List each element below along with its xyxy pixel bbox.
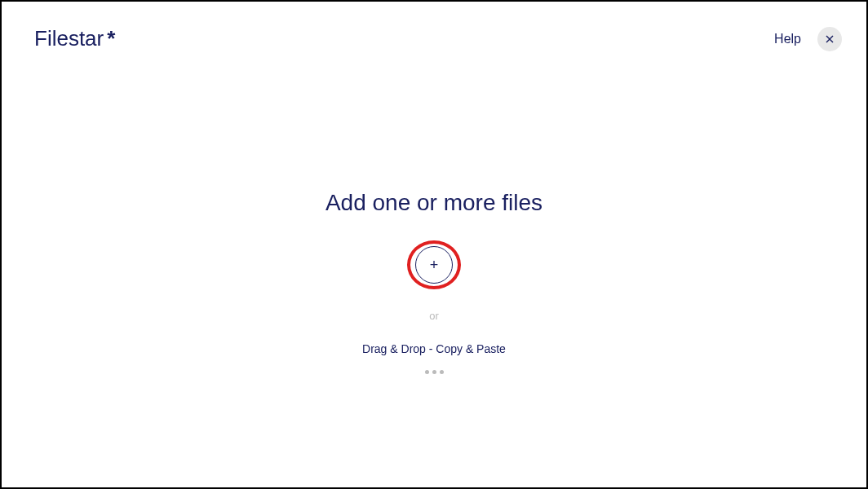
logo-star-icon: * bbox=[107, 26, 115, 51]
add-file-wrapper: + bbox=[405, 236, 463, 293]
plus-icon: + bbox=[430, 257, 439, 274]
drag-drop-hint: Drag & Drop - Copy & Paste bbox=[362, 342, 506, 355]
logo-text: Filestar bbox=[34, 26, 104, 51]
main-content: Add one or more files + or Drag & Drop -… bbox=[2, 190, 866, 374]
dot bbox=[425, 370, 429, 374]
dot bbox=[440, 370, 444, 374]
help-link[interactable]: Help bbox=[774, 32, 801, 46]
add-file-button[interactable]: + bbox=[415, 246, 453, 284]
header-right: Help bbox=[774, 27, 842, 51]
more-dots-icon[interactable] bbox=[425, 370, 444, 374]
main-title: Add one or more files bbox=[326, 190, 542, 216]
dot bbox=[432, 370, 436, 374]
header: Filestar* Help bbox=[2, 2, 866, 51]
app-logo: Filestar* bbox=[34, 26, 115, 51]
close-button[interactable] bbox=[817, 27, 842, 51]
close-icon bbox=[826, 35, 834, 43]
or-divider-text: or bbox=[429, 310, 439, 322]
